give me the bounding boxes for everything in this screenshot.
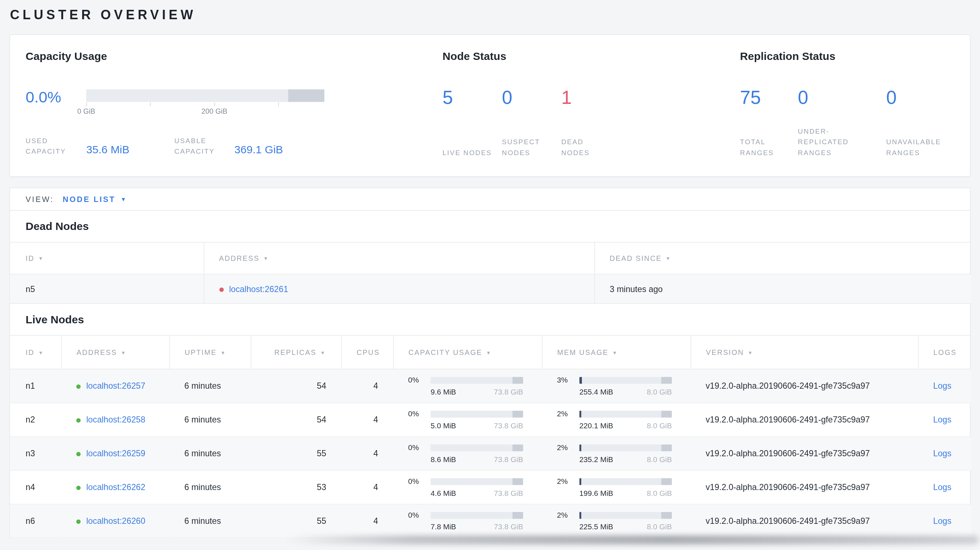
node-status-stat: 5LIVE NODES (442, 87, 502, 158)
dead-nodes-header-row: ID▼ADDRESS▼DEAD SINCE▼ (10, 242, 971, 274)
node-address-cell: localhost:26261 (204, 274, 594, 304)
stat-label: UNDER-REPLICATED RANGES (798, 126, 862, 158)
usage-bar-endcap (662, 377, 672, 384)
stat-value: 75 (740, 87, 798, 108)
sort-caret-icon: ▼ (665, 256, 671, 261)
stat-value: 5 (442, 87, 502, 108)
node-address-link[interactable]: localhost:26261 (229, 284, 288, 294)
memory-usage: 2%199.6 MiB8.0 GiB (557, 477, 672, 498)
dead-node-dot-icon (219, 287, 223, 292)
live-nodes-column-version[interactable]: VERSION▼ (690, 335, 918, 369)
column-label: DEAD SINCE (610, 254, 662, 262)
used-capacity-label: USED CAPACITY (26, 135, 86, 157)
memory-usage-cell: 2%225.5 MiB8.0 GiB (542, 504, 691, 538)
axis-tick (214, 102, 215, 106)
memory-usage-cell: 2%220.1 MiB8.0 GiB (542, 403, 691, 437)
logs-link[interactable]: Logs (933, 482, 951, 492)
replicas-cell: 54 (251, 369, 341, 403)
column-label: CAPACITY USAGE (408, 348, 482, 356)
live-node-dot-icon (76, 486, 81, 490)
node-address-link[interactable]: localhost:26257 (86, 382, 145, 391)
node-address-link[interactable]: localhost:26260 (86, 516, 145, 526)
memory-used-value: 235.2 MiB (579, 455, 613, 464)
axis-tick (86, 102, 87, 106)
memory-used-value: 199.6 MiB (579, 489, 613, 498)
usage-bar-endcap (662, 444, 672, 451)
logs-link[interactable]: Logs (933, 516, 951, 526)
column-label: ADDRESS (219, 254, 259, 262)
live-nodes-column-capacity-usage[interactable]: CAPACITY USAGE▼ (393, 335, 542, 369)
capacity-usage-cell: 0%4.6 MiB73.8 GiB (393, 471, 542, 504)
live-nodes-column-mem-usage[interactable]: MEM USAGE▼ (542, 335, 691, 369)
live-node-row: n1localhost:262576 minutes5440%9.6 MiB73… (10, 369, 971, 403)
capacity-usage: 0%9.6 MiB73.8 GiB (408, 376, 523, 396)
page-title: CLUSTER OVERVIEW (10, 8, 196, 22)
node-address-link[interactable]: localhost:26259 (86, 449, 145, 458)
dead-nodes-column-dead-since[interactable]: DEAD SINCE▼ (594, 242, 971, 274)
live-node-row: n6localhost:262606 minutes5540%7.8 MiB73… (10, 504, 971, 538)
memory-usage-fill (579, 377, 582, 384)
stat-label: UNAVAILABLE RANGES (886, 137, 955, 158)
capacity-usage-bar (431, 444, 523, 451)
logs-link[interactable]: Logs (933, 382, 951, 391)
node-list-panel: Dead Nodes ID▼ADDRESS▼DEAD SINCE▼ n5loca… (10, 211, 970, 538)
node-address-cell: localhost:26257 (61, 369, 170, 403)
replication-stats: 75TOTAL RANGES0UNDER-REPLICATED RANGES0U… (740, 87, 954, 158)
live-nodes-column-logs: LOGS (918, 335, 971, 369)
replication-status-section: Replication Status 75TOTAL RANGES0UNDER-… (740, 50, 954, 161)
capacity-usage-percent: 0% (408, 409, 431, 418)
replicas-cell: 55 (251, 437, 341, 471)
replication-stat: 0UNDER-REPLICATED RANGES (798, 87, 886, 158)
node-address-link[interactable]: localhost:26262 (86, 482, 145, 492)
cpus-cell: 4 (341, 369, 393, 403)
capacity-stats-row: USED CAPACITY 35.6 MiB USABLE CAPACITY 3… (26, 135, 443, 157)
axis-label-zero: 0 GiB (77, 108, 95, 115)
column-label: UPTIME (185, 348, 216, 356)
usage-bar-endcap (512, 478, 523, 485)
live-nodes-column-replicas[interactable]: REPLICAS▼ (251, 335, 341, 369)
memory-used-value: 220.1 MiB (579, 421, 613, 430)
usage-bar-endcap (512, 512, 523, 518)
dead-nodes-column-id[interactable]: ID▼ (10, 242, 204, 274)
version-cell: v19.2.0-alpha.20190606-2491-gfe735c9a97 (690, 471, 918, 504)
node-id-cell: n4 (10, 471, 61, 504)
node-address-link[interactable]: localhost:26258 (86, 415, 145, 424)
sort-caret-icon: ▼ (221, 350, 226, 355)
stat-label: SUSPECT NODES (502, 137, 553, 158)
memory-usage-bar (579, 512, 672, 518)
capacity-usage: 0%4.6 MiB73.8 GiB (408, 477, 523, 498)
view-selector-bar: VIEW: NODE LIST ▼ (10, 188, 970, 211)
capacity-used-value: 9.6 MiB (431, 388, 456, 396)
capacity-total-value: 73.8 GiB (494, 489, 523, 498)
stat-value: 1 (561, 87, 620, 108)
memory-usage-cell: 2%199.6 MiB8.0 GiB (542, 471, 691, 504)
capacity-usage: 0%7.8 MiB73.8 GiB (408, 511, 523, 531)
column-label: CPUS (357, 348, 380, 356)
column-label: ADDRESS (76, 348, 117, 356)
logs-link[interactable]: Logs (933, 449, 951, 458)
logs-link[interactable]: Logs (933, 415, 951, 424)
live-nodes-column-id[interactable]: ID▼ (10, 335, 61, 369)
live-nodes-column-address[interactable]: ADDRESS▼ (61, 335, 170, 369)
dead-nodes-column-address[interactable]: ADDRESS▼ (204, 242, 594, 274)
usage-bar-endcap (512, 377, 523, 384)
stat-label: DEAD NODES (561, 137, 612, 158)
logs-cell: Logs (918, 403, 971, 437)
live-nodes-column-uptime[interactable]: UPTIME▼ (169, 335, 251, 369)
usage-bar-endcap (662, 512, 672, 518)
node-id-cell: n1 (10, 369, 61, 403)
capacity-total-value: 73.8 GiB (494, 455, 523, 464)
used-capacity-value: 35.6 MiB (86, 143, 174, 157)
cpus-cell: 4 (341, 437, 393, 471)
replication-status-title: Replication Status (740, 50, 954, 63)
dead-nodes-title: Dead Nodes (10, 211, 970, 242)
view-dropdown[interactable]: NODE LIST ▼ (62, 195, 127, 203)
usage-bar-endcap (662, 478, 672, 485)
capacity-usage-chart: 0.0% 0 GiB 200 GiB (26, 88, 443, 117)
memory-usage-fill (579, 410, 581, 417)
stat-label: TOTAL RANGES (740, 137, 791, 158)
usable-capacity-label: USABLE CAPACITY (174, 135, 234, 157)
version-cell: v19.2.0-alpha.20190606-2491-gfe735c9a97 (690, 504, 918, 538)
capacity-usage-bar (431, 478, 523, 485)
usable-capacity-value: 369.1 GiB (234, 143, 283, 157)
